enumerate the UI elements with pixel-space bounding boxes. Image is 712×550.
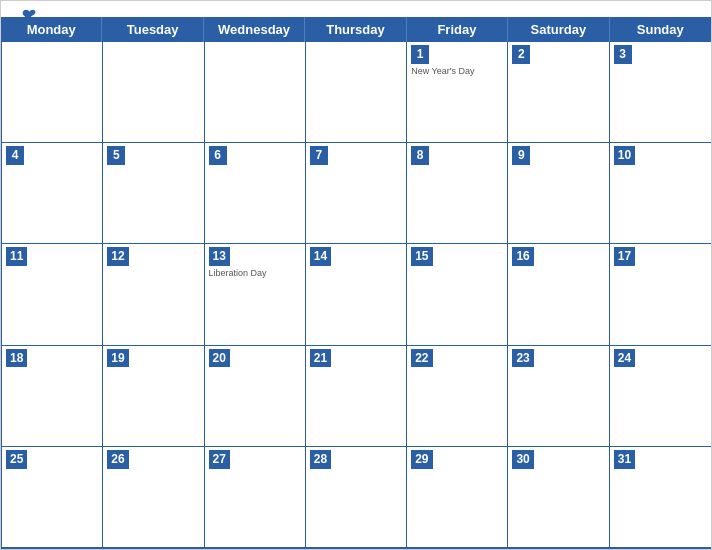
calendar-cell: 22: [407, 346, 508, 447]
calendar-cell: 2: [508, 42, 609, 143]
cell-number: 7: [310, 146, 328, 165]
calendar-cell: 30: [508, 447, 609, 548]
cell-number: 20: [209, 349, 230, 368]
calendar-cell: [2, 42, 103, 143]
calendar-cell: 17: [610, 244, 711, 345]
cell-number: 23: [512, 349, 533, 368]
calendar-cell: 6: [205, 143, 306, 244]
calendar-cell: 20: [205, 346, 306, 447]
calendar-grid: 1New Year's Day2345678910111213Liberatio…: [1, 42, 711, 549]
day-header-tuesday: Tuesday: [102, 17, 203, 42]
cell-number: 28: [310, 450, 331, 469]
cell-number: 31: [614, 450, 635, 469]
calendar-cell: 9: [508, 143, 609, 244]
calendar-cell: 12: [103, 244, 204, 345]
calendar-cell: 31: [610, 447, 711, 548]
cell-number: 12: [107, 247, 128, 266]
cell-number: 10: [614, 146, 635, 165]
cell-number: 16: [512, 247, 533, 266]
holiday-label: New Year's Day: [411, 66, 503, 77]
cell-number: 3: [614, 45, 632, 64]
holiday-label: Liberation Day: [209, 268, 301, 279]
cell-number: 15: [411, 247, 432, 266]
calendar-cell: 19: [103, 346, 204, 447]
calendar-cell: 23: [508, 346, 609, 447]
logo: [19, 9, 39, 23]
day-headers: MondayTuesdayWednesdayThursdayFridaySatu…: [1, 17, 711, 42]
calendar-cell: 25: [2, 447, 103, 548]
cell-number: 14: [310, 247, 331, 266]
cell-number: 1: [411, 45, 429, 64]
calendar-cell: 1New Year's Day: [407, 42, 508, 143]
cell-number: 18: [6, 349, 27, 368]
logo-bird-icon: [19, 9, 37, 23]
calendar-cell: [103, 42, 204, 143]
calendar-cell: 27: [205, 447, 306, 548]
calendar-cell: 24: [610, 346, 711, 447]
calendar-cell: 5: [103, 143, 204, 244]
day-header-saturday: Saturday: [508, 17, 609, 42]
header: [1, 1, 711, 17]
day-header-sunday: Sunday: [610, 17, 711, 42]
cell-number: 30: [512, 450, 533, 469]
cell-number: 11: [6, 247, 27, 266]
calendar-cell: 26: [103, 447, 204, 548]
cell-number: 17: [614, 247, 635, 266]
calendar-cell: 10: [610, 143, 711, 244]
calendar-cell: 28: [306, 447, 407, 548]
cell-number: 9: [512, 146, 530, 165]
day-header-monday: Monday: [1, 17, 102, 42]
calendar-wrapper: MondayTuesdayWednesdayThursdayFridaySatu…: [0, 0, 712, 550]
calendar-cell: 14: [306, 244, 407, 345]
calendar-cell: 29: [407, 447, 508, 548]
day-header-wednesday: Wednesday: [204, 17, 305, 42]
cell-number: 26: [107, 450, 128, 469]
calendar-cell: 4: [2, 143, 103, 244]
cell-number: 21: [310, 349, 331, 368]
calendar-cell: 16: [508, 244, 609, 345]
cell-number: 13: [209, 247, 230, 266]
cell-number: 2: [512, 45, 530, 64]
cell-number: 5: [107, 146, 125, 165]
cell-number: 29: [411, 450, 432, 469]
calendar-cell: 7: [306, 143, 407, 244]
calendar-cell: 15: [407, 244, 508, 345]
calendar-cell: 13Liberation Day: [205, 244, 306, 345]
cell-number: 4: [6, 146, 24, 165]
cell-number: 19: [107, 349, 128, 368]
day-header-thursday: Thursday: [305, 17, 406, 42]
calendar-cell: 8: [407, 143, 508, 244]
cell-number: 6: [209, 146, 227, 165]
day-header-friday: Friday: [407, 17, 508, 42]
calendar-cell: 3: [610, 42, 711, 143]
cell-number: 25: [6, 450, 27, 469]
cell-number: 8: [411, 146, 429, 165]
cell-number: 24: [614, 349, 635, 368]
cell-number: 27: [209, 450, 230, 469]
calendar-cell: 11: [2, 244, 103, 345]
calendar-cell: [205, 42, 306, 143]
cell-number: 22: [411, 349, 432, 368]
calendar-cell: [306, 42, 407, 143]
logo-blue-text: [19, 9, 39, 23]
calendar-cell: 18: [2, 346, 103, 447]
calendar-cell: 21: [306, 346, 407, 447]
